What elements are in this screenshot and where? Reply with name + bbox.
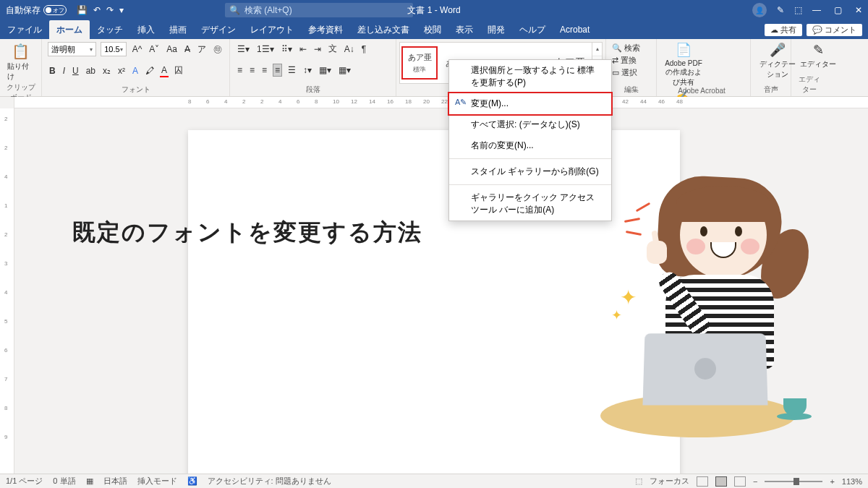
autosave-toggle[interactable]: 自動保存 オフ: [6, 4, 67, 17]
status-mode[interactable]: 挿入モード: [137, 476, 177, 487]
tab-draw[interactable]: 描画: [162, 20, 194, 39]
tab-references[interactable]: 参考資料: [301, 20, 350, 39]
align-left-icon[interactable]: ≡: [236, 64, 244, 76]
a11y-icon: ♿: [187, 476, 197, 486]
status-page[interactable]: 1/1 ページ: [6, 476, 43, 487]
comment-button[interactable]: 💬コメント: [807, 24, 862, 36]
distributed-icon[interactable]: ☰: [286, 64, 297, 76]
shading-icon[interactable]: ▦▾: [318, 64, 333, 76]
select-button[interactable]: ▭選択: [612, 67, 650, 79]
numbering-icon[interactable]: 1☰▾: [255, 43, 276, 55]
tab-acrobat[interactable]: Acrobat: [553, 20, 597, 39]
status-words[interactable]: 0 単語: [53, 476, 75, 487]
maximize-icon[interactable]: ▢: [834, 5, 842, 15]
tab-insert[interactable]: 挿入: [130, 20, 162, 39]
bullets-icon[interactable]: ☰▾: [236, 43, 251, 55]
styles-scroll-up-icon[interactable]: ▴: [592, 43, 602, 56]
view-read-icon[interactable]: [697, 476, 708, 487]
justify-icon[interactable]: ≡: [273, 64, 282, 77]
phonetic-icon[interactable]: ア: [196, 43, 208, 56]
font-size-combo[interactable]: 10.5▾: [101, 42, 126, 56]
zoom-out-icon[interactable]: −: [753, 477, 757, 486]
window-options-icon[interactable]: ⬚: [794, 5, 802, 15]
change-case-icon[interactable]: Aa: [165, 43, 179, 55]
enclose-icon[interactable]: ㊞: [212, 43, 224, 56]
menu-update-match[interactable]: 選択個所と一致するように 標準 を更新する(P): [449, 60, 611, 93]
decrease-indent-icon[interactable]: ⇤: [298, 43, 308, 55]
minimize-icon[interactable]: —: [812, 5, 821, 15]
pen-icon[interactable]: ✎: [777, 5, 784, 15]
style-cell-normal[interactable]: あア亜 標準: [401, 46, 438, 80]
char-border-icon[interactable]: 囚: [173, 64, 184, 77]
subscript-icon[interactable]: x₂: [101, 65, 112, 77]
tab-developer[interactable]: 開発: [480, 20, 512, 39]
align-center-icon[interactable]: ≡: [248, 64, 256, 76]
menu-select-all[interactable]: すべて選択: (データなし)(S): [449, 114, 611, 135]
sort-icon[interactable]: A↓: [343, 43, 356, 55]
italic-icon[interactable]: I: [61, 65, 67, 77]
tab-mailings[interactable]: 差し込み文書: [350, 20, 417, 39]
tab-view[interactable]: 表示: [448, 20, 480, 39]
undo-icon[interactable]: ↶: [93, 5, 101, 15]
font-name-combo[interactable]: 游明朝▾: [48, 42, 96, 56]
ruler-horizontal[interactable]: 8642246810121416182022242628303234363840…: [0, 97, 868, 108]
menu-modify[interactable]: A✎変更(M)...: [448, 92, 613, 116]
save-icon[interactable]: 💾: [77, 5, 88, 15]
tab-home[interactable]: ホーム: [49, 20, 90, 39]
tab-help[interactable]: ヘルプ: [512, 20, 553, 39]
tab-design[interactable]: デザイン: [194, 20, 243, 39]
qat-more-icon[interactable]: ▾: [119, 5, 124, 15]
adobe-create-button[interactable]: 📄 Adobe PDF の作成および共有: [663, 42, 705, 87]
multilevel-icon[interactable]: ⠿▾: [280, 43, 294, 55]
status-lang-icon: ▦: [86, 476, 93, 486]
menu-separator: [449, 184, 611, 185]
zoom-in-icon[interactable]: +: [830, 477, 834, 486]
superscript-icon[interactable]: x²: [116, 65, 127, 77]
zoom-value[interactable]: 113%: [842, 477, 862, 486]
search-placeholder: 検索 (Alt+Q): [244, 4, 292, 17]
close-icon[interactable]: ✕: [855, 5, 862, 15]
view-web-icon[interactable]: [734, 476, 746, 487]
focus-icon[interactable]: ⬚: [635, 476, 642, 486]
menu-remove-gallery[interactable]: スタイル ギャラリーから削除(G): [449, 161, 611, 182]
paste-icon[interactable]: 📋: [10, 42, 31, 61]
user-avatar-icon[interactable]: 👤: [752, 3, 767, 17]
show-marks-icon[interactable]: ¶: [360, 43, 367, 55]
line-spacing-icon[interactable]: ↕▾: [302, 64, 313, 76]
status-a11y[interactable]: アクセシビリティ: 問題ありません: [208, 476, 331, 487]
grow-font-icon[interactable]: A^: [131, 43, 144, 55]
bold-icon[interactable]: B: [48, 65, 57, 77]
modify-icon: A✎: [455, 98, 467, 107]
replace-button[interactable]: ⇄置換: [612, 54, 650, 67]
share-button[interactable]: ☁共有: [765, 24, 802, 36]
group-edit-label: 編集: [612, 85, 650, 95]
view-print-icon[interactable]: [715, 476, 727, 487]
tab-layout[interactable]: レイアウト: [243, 20, 301, 39]
tab-review[interactable]: 校閲: [417, 20, 448, 39]
menu-add-qat[interactable]: ギャラリーをクイック アクセス ツール バーに追加(A): [449, 187, 611, 221]
find-button[interactable]: 🔍検索: [612, 42, 650, 54]
overlay-headline: 既定のフォントを変更する方法: [72, 217, 422, 249]
tab-file[interactable]: ファイル: [0, 20, 49, 39]
align-right-icon[interactable]: ≡: [260, 64, 268, 76]
redo-icon[interactable]: ↷: [106, 5, 114, 15]
shrink-font-icon[interactable]: A˅: [148, 43, 161, 55]
ruler-vertical[interactable]: 224123456789: [0, 108, 14, 474]
highlight-icon[interactable]: 🖍: [144, 65, 156, 77]
font-color-icon[interactable]: A: [160, 64, 169, 77]
text-direction-icon[interactable]: 文: [327, 42, 339, 56]
status-focus[interactable]: フォーカス: [650, 476, 689, 487]
paste-button[interactable]: 貼り付け: [6, 61, 35, 82]
menu-rename[interactable]: 名前の変更(N)...: [449, 135, 611, 156]
clear-format-icon[interactable]: A̶: [183, 43, 192, 55]
tab-touch[interactable]: タッチ: [90, 20, 130, 39]
strike-icon[interactable]: ab: [85, 65, 97, 77]
status-lang[interactable]: 日本語: [103, 476, 127, 487]
editor-button[interactable]: ✎ エディター: [797, 42, 839, 69]
borders-icon[interactable]: ▦▾: [337, 64, 352, 76]
underline-icon[interactable]: U: [71, 65, 80, 77]
text-effects-icon[interactable]: A: [131, 65, 140, 77]
increase-indent-icon[interactable]: ⇥: [312, 43, 323, 55]
search-box[interactable]: 🔍 検索 (Alt+Q): [225, 3, 413, 17]
zoom-slider[interactable]: [765, 481, 822, 482]
